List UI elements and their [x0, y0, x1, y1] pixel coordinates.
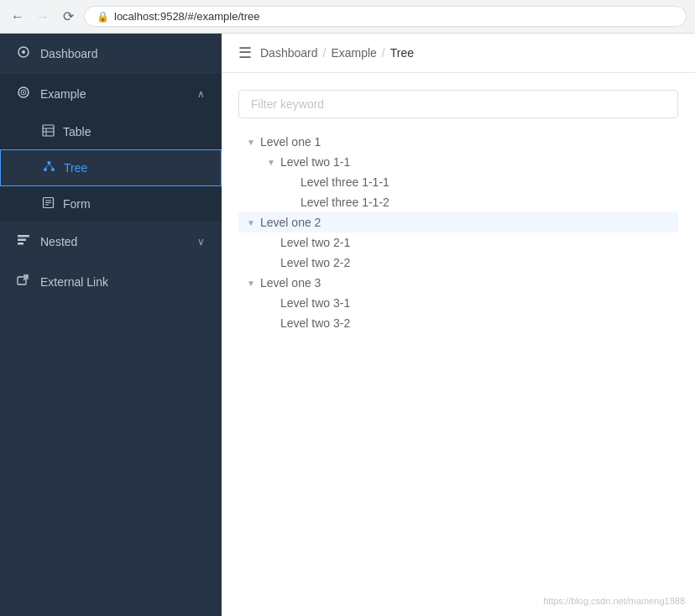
sidebar: Dashboard Example ∧ [0, 34, 222, 616]
example-icon [17, 86, 30, 102]
sidebar-item-external-link[interactable]: External Link [0, 262, 222, 302]
breadcrumb-dashboard[interactable]: Dashboard [260, 46, 318, 60]
watermark: https://blog.csdn.net/mameng1988 [543, 596, 685, 606]
tree-node-level-one-3: ▼ Level one 3 Level two 3-1 [238, 273, 678, 333]
tree-label-level-two-1-1: Level two 1-1 [280, 155, 350, 169]
svg-rect-18 [18, 235, 29, 238]
app-container: Dashboard Example ∧ [0, 34, 695, 616]
tree-children-level-two-1-1: Level three 1-1-1 Level three 1-1-2 [259, 172, 678, 212]
tree-children-level-one-3: Level two 3-1 Level two 3-2 [238, 293, 678, 333]
sidebar-item-example-label: Example [40, 87, 187, 101]
lock-icon: 🔒 [97, 11, 109, 23]
tree-label-level-one-3: Level one 3 [260, 276, 321, 290]
sidebar-item-dashboard[interactable]: Dashboard [0, 34, 222, 74]
svg-point-9 [48, 161, 51, 164]
svg-rect-20 [18, 243, 24, 245]
svg-line-12 [45, 164, 50, 168]
svg-point-10 [44, 168, 47, 171]
svg-rect-5 [43, 125, 54, 136]
tree-label-level-one-2: Level one 2 [260, 216, 321, 229]
tree-node-content-level-three-1-1-1[interactable]: Level three 1-1-1 [279, 172, 678, 192]
breadcrumb-sep-2: / [382, 46, 385, 60]
tree-label-level-two-2-2: Level two 2-2 [280, 256, 350, 269]
form-icon [42, 196, 55, 211]
tree-arrow-level-one-2[interactable]: ▼ [245, 217, 257, 228]
tree-label-level-two-2-1: Level two 2-1 [280, 236, 350, 249]
hamburger-icon[interactable]: ☰ [238, 44, 252, 62]
svg-point-4 [23, 91, 24, 93]
tree: ▼ Level one 1 ▼ Level two 1-1 [238, 132, 678, 333]
sidebar-item-example[interactable]: Example ∧ [0, 74, 222, 114]
reload-button[interactable]: ⟳ [59, 8, 77, 26]
sidebar-item-nested-label: Nested [40, 235, 187, 248]
browser-bar: ← → ⟳ 🔒 localhost:9528/#/example/tree [0, 0, 695, 34]
tree-node-level-three-1-1-1: Level three 1-1-1 [279, 172, 678, 192]
tree-arrow-level-one-3[interactable]: ▼ [245, 277, 257, 289]
svg-rect-19 [18, 239, 26, 242]
tree-node-level-two-2-1: Level two 2-1 [259, 232, 678, 253]
external-link-icon [17, 274, 30, 290]
breadcrumb-example[interactable]: Example [331, 46, 376, 60]
tree-node-content-level-two-1-1[interactable]: ▼ Level two 1-1 [259, 152, 678, 172]
tree-label-level-three-1-1-2: Level three 1-1-2 [300, 196, 389, 209]
address-text: localhost:9528/#/example/tree [114, 10, 259, 23]
tree-node-level-two-1-1: ▼ Level two 1-1 Level three 1-1-1 [259, 152, 678, 212]
back-button[interactable]: ← [8, 8, 27, 26]
nested-icon [17, 233, 30, 250]
breadcrumb-sep-1: / [323, 46, 327, 60]
main-content: ☰ Dashboard / Example / Tree ▼ [222, 34, 695, 616]
dashboard-icon [17, 45, 30, 62]
svg-point-11 [51, 168, 55, 171]
sidebar-item-dashboard-label: Dashboard [40, 47, 205, 60]
sidebar-item-external-link-label: External Link [40, 275, 205, 289]
tree-node-content-level-two-3-1[interactable]: Level two 3-1 [259, 293, 678, 313]
tree-label-level-two-3-2: Level two 3-2 [280, 316, 350, 330]
tree-label-level-one-1: Level one 1 [260, 135, 321, 149]
example-arrow-icon: ∧ [197, 88, 205, 100]
tree-arrow-level-one-1[interactable]: ▼ [245, 136, 257, 148]
address-bar[interactable]: 🔒 localhost:9528/#/example/tree [84, 6, 687, 27]
sidebar-submenu-example: Table Tree [0, 114, 222, 222]
tree-node-content-level-one-2[interactable]: ▼ Level one 2 [238, 212, 678, 232]
tree-nav-icon [43, 160, 55, 175]
svg-line-13 [50, 164, 54, 168]
tree-node-content-level-two-2-1[interactable]: Level two 2-1 [259, 232, 678, 253]
tree-node-level-one-2: ▼ Level one 2 Level two 2-1 [238, 212, 678, 273]
filter-input[interactable] [251, 97, 666, 111]
tree-node-content-level-two-3-2[interactable]: Level two 3-2 [259, 313, 678, 333]
tree-node-content-level-one-1[interactable]: ▼ Level one 1 [238, 132, 678, 152]
tree-node-level-one-1: ▼ Level one 1 ▼ Level two 1-1 [238, 132, 678, 212]
sidebar-subitem-form[interactable]: Form [0, 186, 222, 222]
top-header: ☰ Dashboard / Example / Tree [222, 34, 695, 73]
tree-node-level-three-1-1-2: Level three 1-1-2 [279, 192, 678, 212]
content-area: ▼ Level one 1 ▼ Level two 1-1 [222, 73, 695, 616]
sidebar-subitem-form-label: Form [63, 197, 91, 211]
nested-arrow-icon: ∨ [197, 236, 205, 248]
tree-label-level-two-3-1: Level two 3-1 [280, 296, 350, 310]
tree-arrow-level-two-1-1[interactable]: ▼ [265, 156, 277, 168]
tree-node-level-two-3-2: Level two 3-2 [259, 313, 678, 333]
tree-node-level-two-3-1: Level two 3-1 [259, 293, 678, 313]
tree-node-content-level-one-3[interactable]: ▼ Level one 3 [238, 273, 678, 293]
forward-button[interactable]: → [34, 8, 52, 26]
filter-wrapper[interactable] [238, 90, 678, 118]
sidebar-subitem-tree-label: Tree [64, 161, 87, 175]
tree-children-level-one-1: ▼ Level two 1-1 Level three 1-1-1 [238, 152, 678, 212]
table-icon [42, 124, 55, 139]
svg-point-1 [22, 50, 25, 54]
sidebar-subitem-table[interactable]: Table [0, 114, 222, 149]
tree-node-level-two-2-2: Level two 2-2 [259, 253, 678, 273]
tree-children-level-one-2: Level two 2-1 Level two 2-2 [238, 232, 678, 273]
tree-label-level-three-1-1-1: Level three 1-1-1 [300, 175, 389, 189]
sidebar-item-nested[interactable]: Nested ∨ [0, 222, 222, 262]
sidebar-subitem-tree[interactable]: Tree [0, 149, 222, 186]
sidebar-subitem-table-label: Table [63, 125, 91, 138]
breadcrumb-tree: Tree [390, 46, 414, 60]
tree-node-content-level-three-1-1-2[interactable]: Level three 1-1-2 [279, 192, 678, 212]
tree-node-content-level-two-2-2[interactable]: Level two 2-2 [259, 253, 678, 273]
breadcrumb: Dashboard / Example / Tree [260, 46, 414, 60]
